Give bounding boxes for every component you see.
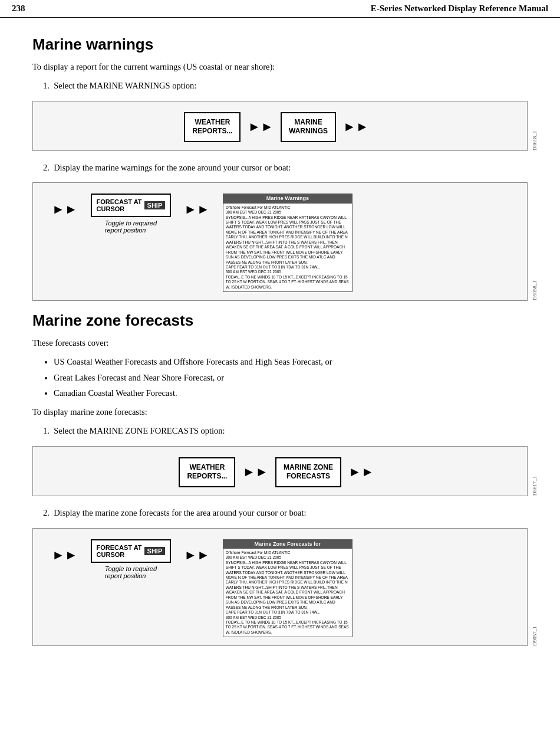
bullet-item-2: Great Lakes Forecast and Near Shore Fore… [54,372,528,385]
weather-reports-button1[interactable]: WEATHERREPORTS... [184,112,241,142]
s2-step2-label: 2. [43,508,50,517]
forecast-at-cursor-box-2: FORECAST ATCURSOR SHIP [91,539,172,563]
diagram4-mid-arrow: ►► [177,548,217,563]
section1-intro: To display a report for the current warn… [32,61,528,74]
diagram1-id: D8618_1 [532,101,538,150]
forecast-at-cursor-label: FORECAST ATCURSOR [97,198,142,212]
ship-badge[interactable]: SHIP [144,201,166,209]
page-container: 238 E-Series Networked Display Reference… [0,0,560,754]
diagram3-id: D8617_1 [532,447,538,496]
toggle-text-1: Toggle to required report position [105,219,157,234]
arrow4: ►► [348,464,374,480]
diagram2: ►► FORECAST ATCURSOR SHIP Toggle to requ… [32,182,528,301]
step1-text: Select the MARINE WARNINGS option: [54,81,196,90]
warnings-panel-header: Marine Warnings [223,194,352,203]
page-number: 238 [12,4,25,14]
section2-step-intro: To display marine zone forecasts: [32,406,528,419]
arrow2: ►► [343,119,369,135]
diagram4-left-arrow: ►► [45,548,85,563]
marine-zone-forecasts-button[interactable]: MARINE ZONEFORECASTS [275,457,341,487]
section1-step2: 2. Display the marine warnings for the z… [43,162,528,175]
arrow1: ►► [248,119,274,135]
forecast-cursor-col: FORECAST ATCURSOR SHIP Toggle to require… [91,194,172,234]
step1-label: 1. [43,81,50,90]
diagram2-id: D9058_1 [532,183,538,300]
ship-badge-2[interactable]: SHIP [144,547,166,555]
forecast-at-cursor-box: FORECAST ATCURSOR SHIP [91,194,172,217]
section1-heading: Marine warnings [32,35,528,54]
toggle-text-2: Toggle to required report position [105,565,157,579]
marine-warnings-panel: Marine Warnings Offshore Forecast For MI… [223,194,353,292]
warnings-panel-body: Offshore Forecast For MID ATLANTIC 300 A… [223,204,352,291]
diagram4-id: D9057_1 [532,529,538,646]
bullet-item-3: Canadian Coastal Weather Forecast. [54,387,528,400]
s2-step1-text: Select the MARINE ZONE FORECASTS option: [54,426,225,435]
section2-intro: These forecasts cover: [32,337,528,350]
content-area: Marine warnings To display a report for … [0,18,560,674]
arrow3: ►► [242,464,268,480]
section2-step2: 2. Display the marine zone forecasts for… [43,507,528,520]
section2-step1: 1. Select the MARINE ZONE FORECASTS opti… [43,425,528,438]
step2-text: Display the marine warnings for the zone… [54,163,291,172]
diagram2-mid-arrow: ►► [177,202,217,217]
zone-forecasts-panel-body: Offshore Forecast For MID ATLANTIC 300 A… [223,549,352,637]
forecast-at-cursor-label-2: FORECAST ATCURSOR [97,544,142,558]
header-title: E-Series Networked Display Reference Man… [371,4,548,14]
step2-label: 2. [43,163,50,172]
section2-heading: Marine zone forecasts [32,312,528,330]
zone-forecasts-panel-header: Marine Zone Forecasts for [223,540,352,549]
s2-step1-label: 1. [43,426,50,435]
diagram4: ►► FORECAST ATCURSOR SHIP Toggle to requ… [32,528,528,647]
bullet-list: US Coastal Weather Forecasts and Offshor… [54,356,528,400]
diagram3: WEATHERREPORTS... ►► MARINE ZONEFORECAST… [32,446,528,496]
marine-zone-forecasts-panel: Marine Zone Forecasts for Offshore Forec… [223,539,353,638]
header-bar: 238 E-Series Networked Display Reference… [0,0,560,18]
s2-step2-text: Display the marine zone forecasts for th… [54,508,306,517]
weather-reports-button2[interactable]: WEATHERREPORTS... [179,457,235,487]
section1-step1: 1. Select the MARINE WARNINGS option: [43,80,528,93]
diagram2-left-arrow: ►► [45,202,85,217]
marine-warnings-button[interactable]: MARINEWARNINGS [281,112,336,142]
bullet-item-1: US Coastal Weather Forecasts and Offshor… [54,356,528,369]
forecast-cursor-col-2: FORECAST ATCURSOR SHIP Toggle to require… [91,539,172,579]
diagram1: WEATHERREPORTS... ►► MARINEWARNINGS ►► D… [32,101,528,151]
